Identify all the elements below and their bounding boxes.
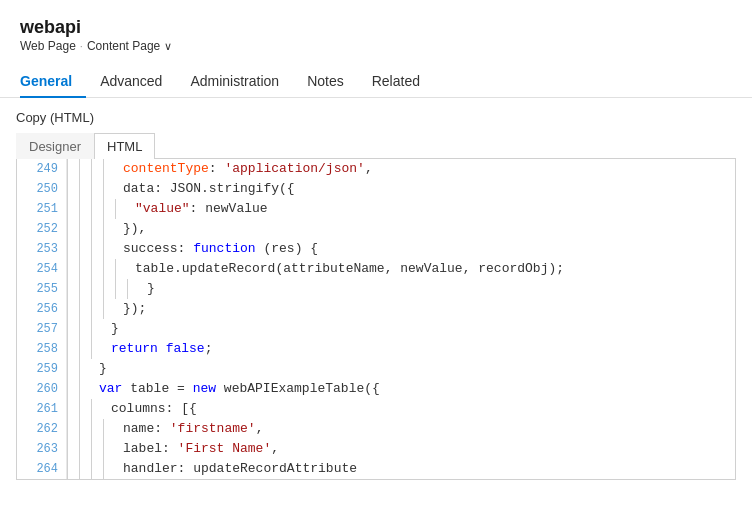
page-header: webapi Web Page · Content Page ∨ General… bbox=[0, 0, 752, 98]
indent bbox=[79, 359, 91, 379]
indent bbox=[103, 419, 115, 439]
tab-general[interactable]: General bbox=[20, 65, 86, 97]
tab-notes[interactable]: Notes bbox=[293, 65, 358, 97]
indent bbox=[91, 219, 103, 239]
indent bbox=[79, 159, 91, 179]
line-num-252: 252 bbox=[17, 219, 67, 239]
indent bbox=[91, 239, 103, 259]
line-num-262: 262 bbox=[17, 419, 67, 439]
line-num-256: 256 bbox=[17, 299, 67, 319]
indent bbox=[79, 439, 91, 459]
line-content-256: }); bbox=[115, 299, 154, 319]
line-content-254: table.updateRecord(attributeName, newVal… bbox=[127, 259, 572, 279]
indent bbox=[91, 279, 103, 299]
indent bbox=[79, 219, 91, 239]
indent bbox=[67, 179, 79, 199]
line-content-258: return false; bbox=[103, 339, 220, 359]
subtitle-pagetype[interactable]: Content Page ∨ bbox=[87, 39, 172, 53]
code-line-249: 249 contentType: 'application/json', bbox=[17, 159, 735, 179]
indent bbox=[79, 279, 91, 299]
line-num-257: 257 bbox=[17, 319, 67, 339]
indent bbox=[127, 279, 139, 299]
line-content-252: }), bbox=[115, 219, 154, 239]
code-line-251: 251 "value": newValue bbox=[17, 199, 735, 219]
indent bbox=[103, 259, 115, 279]
line-num-251: 251 bbox=[17, 199, 67, 219]
indent bbox=[91, 439, 103, 459]
line-content-249: contentType: 'application/json', bbox=[115, 159, 381, 179]
indent bbox=[79, 419, 91, 439]
indent bbox=[79, 179, 91, 199]
line-content-260: var table = new webAPIExampleTable({ bbox=[91, 379, 388, 399]
code-line-254: 254 table.updateRecord(attributeName, ne… bbox=[17, 259, 735, 279]
indent bbox=[103, 439, 115, 459]
tab-administration[interactable]: Administration bbox=[176, 65, 293, 97]
indent bbox=[79, 239, 91, 259]
indent bbox=[67, 359, 79, 379]
code-line-250: 250 data: JSON.stringify({ bbox=[17, 179, 735, 199]
indent bbox=[79, 199, 91, 219]
code-line-259: 259 } bbox=[17, 359, 735, 379]
line-content-262: name: 'firstname', bbox=[115, 419, 271, 439]
tab-related[interactable]: Related bbox=[358, 65, 434, 97]
code-line-253: 253 success: function (res) { bbox=[17, 239, 735, 259]
line-content-255: } bbox=[139, 279, 163, 299]
main-nav-tabs: General Advanced Administration Notes Re… bbox=[20, 65, 732, 97]
line-num-249: 249 bbox=[17, 159, 67, 179]
indent bbox=[91, 159, 103, 179]
indent bbox=[79, 339, 91, 359]
indent bbox=[115, 279, 127, 299]
indent bbox=[67, 219, 79, 239]
indent bbox=[67, 239, 79, 259]
indent bbox=[67, 319, 79, 339]
indent bbox=[67, 279, 79, 299]
line-content-263: label: 'First Name', bbox=[115, 439, 287, 459]
indent bbox=[115, 199, 127, 219]
line-content-264: handler: updateRecordAttribute bbox=[115, 459, 365, 479]
line-num-253: 253 bbox=[17, 239, 67, 259]
line-num-263: 263 bbox=[17, 439, 67, 459]
tab-advanced[interactable]: Advanced bbox=[86, 65, 176, 97]
tab-html[interactable]: HTML bbox=[94, 133, 155, 159]
code-line-263: 263 label: 'First Name', bbox=[17, 439, 735, 459]
line-content-251: "value": newValue bbox=[127, 199, 276, 219]
code-line-256: 256 }); bbox=[17, 299, 735, 319]
indent bbox=[79, 259, 91, 279]
line-content-257: } bbox=[103, 319, 127, 339]
indent bbox=[67, 159, 79, 179]
indent bbox=[67, 379, 79, 399]
line-num-255: 255 bbox=[17, 279, 67, 299]
indent bbox=[91, 419, 103, 439]
code-editor[interactable]: 249 contentType: 'application/json', 250… bbox=[16, 159, 736, 480]
indent bbox=[79, 379, 91, 399]
line-content-253: success: function (res) { bbox=[115, 239, 326, 259]
indent bbox=[67, 339, 79, 359]
editor-tabs: Designer HTML bbox=[16, 133, 736, 159]
tab-designer[interactable]: Designer bbox=[16, 133, 94, 159]
indent bbox=[103, 179, 115, 199]
indent bbox=[91, 179, 103, 199]
line-num-250: 250 bbox=[17, 179, 67, 199]
indent bbox=[67, 299, 79, 319]
indent bbox=[103, 239, 115, 259]
indent bbox=[67, 439, 79, 459]
subtitle-separator: · bbox=[80, 40, 83, 52]
line-num-258: 258 bbox=[17, 339, 67, 359]
page-title: webapi bbox=[20, 16, 732, 39]
indent bbox=[103, 199, 115, 219]
indent bbox=[103, 279, 115, 299]
line-content-261: columns: [{ bbox=[103, 399, 205, 419]
subtitle-dropdown-icon[interactable]: ∨ bbox=[164, 40, 172, 52]
line-content-259: } bbox=[91, 359, 115, 379]
line-num-254: 254 bbox=[17, 259, 67, 279]
indent bbox=[103, 219, 115, 239]
subtitle-webtype[interactable]: Web Page bbox=[20, 39, 76, 53]
code-line-255: 255 } bbox=[17, 279, 735, 299]
indent bbox=[67, 259, 79, 279]
line-num-261: 261 bbox=[17, 399, 67, 419]
line-num-264: 264 bbox=[17, 459, 67, 479]
code-line-258: 258 return false; bbox=[17, 339, 735, 359]
code-line-261: 261 columns: [{ bbox=[17, 399, 735, 419]
indent bbox=[67, 419, 79, 439]
code-line-264: 264 handler: updateRecordAttribute bbox=[17, 459, 735, 479]
